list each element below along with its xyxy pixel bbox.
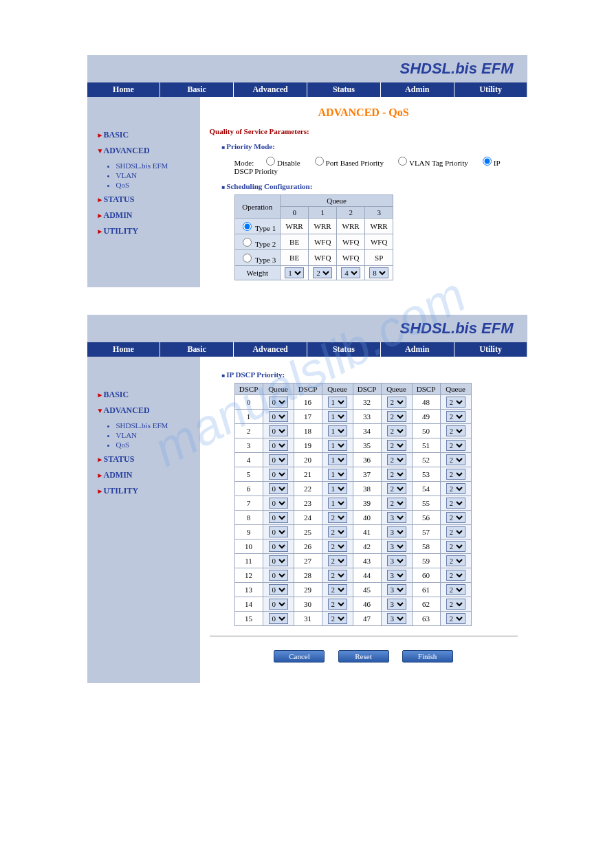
- nav-admin[interactable]: Admin: [381, 82, 454, 97]
- nav-advanced[interactable]: Advanced: [234, 342, 307, 357]
- nav-utility[interactable]: Utility: [454, 342, 527, 357]
- dscp-queue-select[interactable]: 0: [269, 541, 288, 552]
- nav-status[interactable]: Status: [307, 342, 381, 357]
- mode-option-port-based-priority[interactable]: Port Based Priority: [311, 159, 384, 167]
- finish-button[interactable]: Finish: [402, 650, 453, 663]
- sidebar-item-utility[interactable]: ►UTILITY: [97, 486, 200, 496]
- dscp-queue-select[interactable]: 2: [446, 584, 465, 595]
- dscp-queue-select[interactable]: 0: [269, 469, 288, 480]
- nav-utility[interactable]: Utility: [454, 82, 527, 97]
- dscp-queue-select[interactable]: 3: [387, 512, 406, 523]
- cancel-button[interactable]: Cancel: [274, 650, 325, 663]
- dscp-queue-select[interactable]: 2: [328, 526, 347, 537]
- sidebar-item-advanced[interactable]: ▼ADVANCED: [97, 146, 200, 156]
- dscp-queue-select[interactable]: 0: [269, 498, 288, 509]
- dscp-queue-select[interactable]: 1: [328, 454, 347, 465]
- nav-home[interactable]: Home: [87, 342, 161, 357]
- dscp-queue-select[interactable]: 2: [387, 440, 406, 451]
- sidebar-item-status[interactable]: ►STATUS: [97, 454, 200, 465]
- nav-basic[interactable]: Basic: [160, 342, 234, 357]
- nav-advanced[interactable]: Advanced: [234, 82, 307, 97]
- mode-option-disable[interactable]: Disable: [263, 159, 300, 167]
- sidebar-subitem-shdsl-bis-efm[interactable]: SHDSL.bis EFM: [116, 421, 200, 430]
- nav-admin[interactable]: Admin: [381, 342, 454, 357]
- sidebar-subitem-vlan[interactable]: VLAN: [116, 431, 200, 439]
- dscp-queue-select[interactable]: 0: [269, 512, 288, 523]
- dscp-queue-select[interactable]: 2: [387, 483, 406, 494]
- dscp-queue-select[interactable]: 0: [269, 599, 288, 610]
- dscp-queue-select[interactable]: 0: [269, 454, 288, 465]
- dscp-queue-select[interactable]: 3: [387, 599, 406, 610]
- dscp-queue-select[interactable]: 1: [328, 411, 347, 422]
- sidebar-subitem-qos[interactable]: QoS: [116, 441, 200, 449]
- sched-type-row[interactable]: Type 3: [234, 250, 281, 266]
- sidebar-subitem-shdsl-bis-efm[interactable]: SHDSL.bis EFM: [116, 162, 200, 170]
- dscp-queue-select[interactable]: 2: [446, 570, 465, 581]
- dscp-queue-select[interactable]: 2: [328, 541, 347, 552]
- dscp-queue-select[interactable]: 2: [387, 498, 406, 509]
- dscp-queue-select[interactable]: 2: [446, 555, 465, 566]
- sched-type-row[interactable]: Type 1: [234, 219, 281, 234]
- reset-button[interactable]: Reset: [338, 650, 389, 663]
- dscp-queue-select[interactable]: 2: [446, 469, 465, 480]
- sched-type-row[interactable]: Type 2: [234, 234, 281, 250]
- sidebar-item-basic[interactable]: ►BASIC: [97, 130, 200, 140]
- sidebar-item-status[interactable]: ►STATUS: [97, 194, 200, 205]
- dscp-queue-select[interactable]: 2: [446, 599, 465, 610]
- weight-select[interactable]: 2: [313, 267, 332, 278]
- dscp-queue-select[interactable]: 1: [328, 397, 347, 408]
- dscp-queue-select[interactable]: 3: [387, 613, 406, 624]
- dscp-queue-select[interactable]: 0: [269, 526, 288, 537]
- nav-home[interactable]: Home: [87, 82, 161, 97]
- weight-select[interactable]: 4: [341, 267, 360, 278]
- sidebar-item-basic[interactable]: ►BASIC: [97, 390, 200, 400]
- sched-type-radio[interactable]: [243, 254, 252, 263]
- dscp-queue-select[interactable]: 0: [269, 425, 288, 436]
- dscp-queue-select[interactable]: 2: [446, 512, 465, 523]
- weight-select[interactable]: 8: [369, 267, 388, 278]
- dscp-queue-select[interactable]: 1: [328, 483, 347, 494]
- dscp-queue-select[interactable]: 1: [328, 440, 347, 451]
- nav-status[interactable]: Status: [307, 82, 381, 97]
- dscp-queue-select[interactable]: 2: [328, 613, 347, 624]
- dscp-queue-select[interactable]: 2: [446, 411, 465, 422]
- dscp-queue-select[interactable]: 1: [328, 425, 347, 436]
- mode-radio[interactable]: [315, 157, 324, 166]
- dscp-queue-select[interactable]: 2: [387, 425, 406, 436]
- sched-type-radio[interactable]: [243, 238, 252, 247]
- dscp-queue-select[interactable]: 0: [269, 483, 288, 494]
- dscp-queue-select[interactable]: 1: [328, 498, 347, 509]
- dscp-queue-select[interactable]: 2: [387, 411, 406, 422]
- dscp-queue-select[interactable]: 2: [328, 570, 347, 581]
- nav-basic[interactable]: Basic: [160, 82, 234, 97]
- sidebar-subitem-vlan[interactable]: VLAN: [116, 171, 200, 179]
- dscp-queue-select[interactable]: 0: [269, 613, 288, 624]
- dscp-queue-select[interactable]: 2: [387, 469, 406, 480]
- dscp-queue-select[interactable]: 2: [328, 512, 347, 523]
- dscp-queue-select[interactable]: 2: [328, 599, 347, 610]
- dscp-queue-select[interactable]: 2: [446, 498, 465, 509]
- dscp-queue-select[interactable]: 2: [328, 555, 347, 566]
- mode-radio[interactable]: [398, 157, 407, 166]
- dscp-queue-select[interactable]: 3: [387, 555, 406, 566]
- dscp-queue-select[interactable]: 2: [446, 397, 465, 408]
- dscp-queue-select[interactable]: 0: [269, 411, 288, 422]
- dscp-queue-select[interactable]: 0: [269, 584, 288, 595]
- mode-radio[interactable]: [483, 157, 492, 166]
- dscp-queue-select[interactable]: 2: [446, 483, 465, 494]
- dscp-queue-select[interactable]: 3: [387, 570, 406, 581]
- dscp-queue-select[interactable]: 2: [446, 440, 465, 451]
- dscp-queue-select[interactable]: 2: [446, 454, 465, 465]
- dscp-queue-select[interactable]: 2: [387, 454, 406, 465]
- dscp-queue-select[interactable]: 3: [387, 526, 406, 537]
- sidebar-item-advanced[interactable]: ▼ADVANCED: [97, 405, 200, 416]
- dscp-queue-select[interactable]: 0: [269, 555, 288, 566]
- dscp-queue-select[interactable]: 1: [328, 469, 347, 480]
- sidebar-subitem-qos[interactable]: QoS: [116, 181, 200, 189]
- dscp-queue-select[interactable]: 0: [269, 440, 288, 451]
- dscp-queue-select[interactable]: 2: [328, 584, 347, 595]
- dscp-queue-select[interactable]: 0: [269, 570, 288, 581]
- dscp-queue-select[interactable]: 3: [387, 541, 406, 552]
- sidebar-item-admin[interactable]: ►ADMIN: [97, 470, 200, 480]
- dscp-queue-select[interactable]: 2: [446, 613, 465, 624]
